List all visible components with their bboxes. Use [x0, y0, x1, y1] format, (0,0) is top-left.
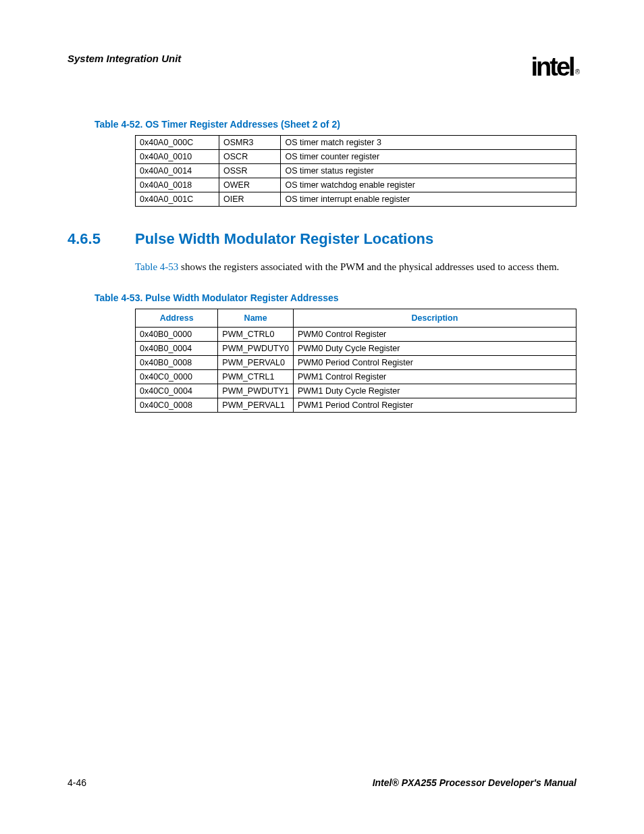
cell-address: 0x40A0_000C: [136, 136, 219, 150]
cell-address: 0x40C0_0004: [136, 384, 218, 398]
table-row: 0x40A0_0018OWEROS timer watchdog enable …: [136, 178, 576, 192]
table-53-link[interactable]: Table 4-53: [135, 261, 178, 272]
cell-address: 0x40A0_0010: [136, 150, 219, 164]
cell-description: OS timer interrupt enable register: [281, 192, 576, 207]
intel-logo: intel®: [531, 53, 577, 82]
cell-description: PWM0 Control Register: [293, 328, 576, 342]
section-title: Pulse Width Modulator Register Locations: [135, 230, 433, 248]
table-row: 0x40C0_0000PWM_CTRL1PWM1 Control Registe…: [136, 370, 576, 384]
cell-name: PWM_CTRL1: [218, 370, 294, 384]
table-52-caption: Table 4-52. OS Timer Register Addresses …: [95, 119, 576, 130]
table-52: 0x40A0_000COSMR3OS timer match register …: [135, 135, 576, 207]
cell-address: 0x40A0_0014: [136, 164, 219, 178]
manual-title: Intel® PXA255 Processor Developer's Manu…: [373, 777, 576, 788]
table-row: 0x40A0_0010OSCROS timer counter register: [136, 150, 576, 164]
table-row: 0x40C0_0004PWM_PWDUTY1PWM1 Duty Cycle Re…: [136, 384, 576, 398]
page-number: 4-46: [68, 777, 86, 788]
cell-name: OSMR3: [219, 136, 281, 150]
table-53-caption: Table 4-53. Pulse Width Modulator Regist…: [95, 292, 576, 303]
registered-mark: ®: [575, 68, 578, 76]
section-heading: 4.6.5 Pulse Width Modulator Register Loc…: [68, 230, 576, 248]
cell-name: PWM_CTRL0: [218, 328, 294, 342]
cell-name: OSCR: [219, 150, 281, 164]
cell-description: PWM0 Period Control Register: [293, 356, 576, 370]
page-footer: 4-46 Intel® PXA255 Processor Developer's…: [68, 777, 576, 788]
cell-description: PWM1 Period Control Register: [293, 398, 576, 413]
table-row: 0x40B0_0008PWM_PERVAL0PWM0 Period Contro…: [136, 356, 576, 370]
cell-name: OSSR: [219, 164, 281, 178]
cell-description: OS timer status register: [281, 164, 576, 178]
cell-name: OIER: [219, 192, 281, 207]
table-row: 0x40A0_0014OSSROS timer status register: [136, 164, 576, 178]
page-header: System Integration Unit intel®: [68, 53, 576, 82]
cell-description: OS timer watchdog enable register: [281, 178, 576, 192]
table-header-name: Name: [218, 309, 294, 328]
logo-text: intel: [531, 53, 574, 81]
cell-address: 0x40A0_0018: [136, 178, 219, 192]
section-body: Table 4-53 shows the registers associate…: [135, 260, 576, 273]
cell-description: OS timer match register 3: [281, 136, 576, 150]
cell-name: OWER: [219, 178, 281, 192]
table-53: Address Name Description 0x40B0_0000PWM_…: [135, 309, 576, 413]
cell-description: PWM1 Control Register: [293, 370, 576, 384]
cell-name: PWM_PWDUTY0: [218, 342, 294, 356]
table-header-description: Description: [293, 309, 576, 328]
table-row: 0x40A0_000COSMR3OS timer match register …: [136, 136, 576, 150]
cell-address: 0x40B0_0000: [136, 328, 218, 342]
section-header: System Integration Unit: [68, 53, 181, 64]
cell-address: 0x40B0_0004: [136, 342, 218, 356]
cell-address: 0x40C0_0000: [136, 370, 218, 384]
table-row: 0x40A0_001COIEROS timer interrupt enable…: [136, 192, 576, 207]
table-row: 0x40B0_0000PWM_CTRL0PWM0 Control Registe…: [136, 328, 576, 342]
cell-address: 0x40B0_0008: [136, 356, 218, 370]
table-row: 0x40B0_0004PWM_PWDUTY0PWM0 Duty Cycle Re…: [136, 342, 576, 356]
cell-description: PWM1 Duty Cycle Register: [293, 384, 576, 398]
cell-description: PWM0 Duty Cycle Register: [293, 342, 576, 356]
cell-description: OS timer counter register: [281, 150, 576, 164]
cell-name: PWM_PERVAL1: [218, 398, 294, 413]
section-body-rest: shows the registers associated with the …: [178, 261, 559, 272]
section-number: 4.6.5: [68, 230, 135, 248]
cell-name: PWM_PWDUTY1: [218, 384, 294, 398]
cell-address: 0x40A0_001C: [136, 192, 219, 207]
table-row: 0x40C0_0008PWM_PERVAL1PWM1 Period Contro…: [136, 398, 576, 413]
cell-address: 0x40C0_0008: [136, 398, 218, 413]
cell-name: PWM_PERVAL0: [218, 356, 294, 370]
table-header-address: Address: [136, 309, 218, 328]
